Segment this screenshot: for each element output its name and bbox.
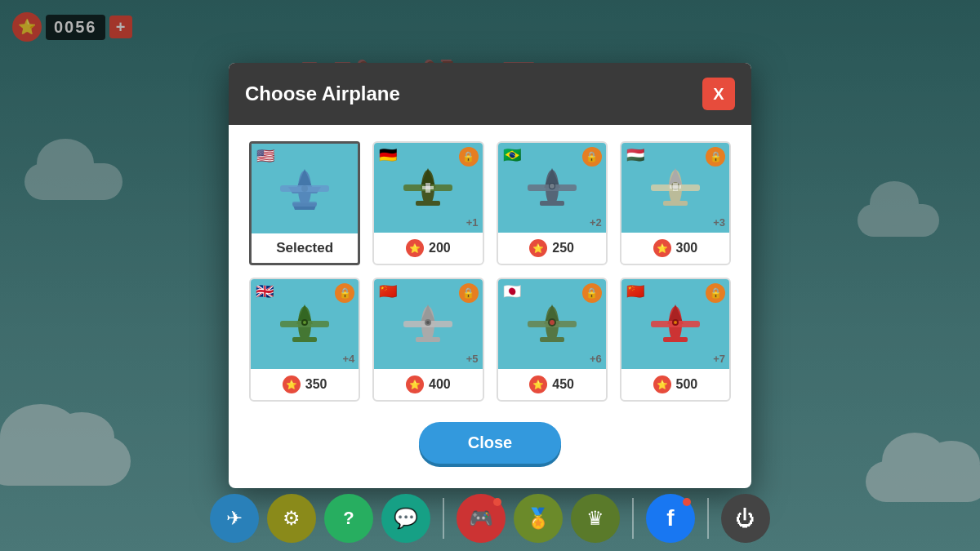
facebook-button[interactable]: f bbox=[646, 494, 695, 543]
plane-svg-6 bbox=[395, 298, 461, 351]
svg-rect-13 bbox=[422, 186, 434, 189]
svg-point-38 bbox=[426, 321, 430, 324]
svg-point-19 bbox=[550, 184, 555, 189]
flag-cn2: 🇨🇳 bbox=[626, 284, 649, 299]
svg-rect-42 bbox=[540, 337, 564, 342]
lock-icon-5: 🔒 bbox=[335, 283, 354, 303]
airplane-card-6[interactable]: 🇨🇳 🔒 +5 ⭐ 400 bbox=[372, 278, 483, 402]
medal-button[interactable]: 🏅 bbox=[514, 494, 563, 543]
lock-icon-6: 🔒 bbox=[459, 283, 479, 303]
chat-button[interactable]: 💬 bbox=[381, 494, 430, 543]
lock-icon-2: 🔒 bbox=[459, 147, 479, 167]
level-badge-4: +3 bbox=[713, 216, 725, 229]
flag-us: 🇺🇸 bbox=[256, 149, 279, 163]
airplane-grid: 🇺🇸 Selected bbox=[229, 125, 751, 418]
bottom-toolbar: ✈ ⚙ ? 💬 🎮 🏅 ♛ f ⏻ bbox=[0, 486, 980, 551]
airplane-card-5[interactable]: 🇬🇧 🔒 +4 ⭐ 350 bbox=[249, 278, 360, 402]
lock-icon-8: 🔒 bbox=[706, 283, 725, 303]
flag-de: 🇩🇪 bbox=[379, 148, 402, 162]
footer-star-7: ⭐ bbox=[529, 375, 547, 393]
plane-svg-3 bbox=[519, 162, 585, 215]
lock-icon-4: 🔒 bbox=[706, 147, 725, 167]
selected-label: Selected bbox=[252, 233, 358, 263]
level-badge-2: +1 bbox=[466, 216, 479, 229]
footer-star-8: ⭐ bbox=[653, 375, 671, 393]
settings-button[interactable]: ⚙ bbox=[267, 494, 316, 543]
level-badge-3: +2 bbox=[590, 216, 602, 229]
svg-rect-6 bbox=[292, 202, 317, 207]
card-footer-6: ⭐ 400 bbox=[374, 369, 482, 400]
card-footer-5: ⭐ 350 bbox=[251, 369, 359, 400]
svg-point-32 bbox=[303, 321, 306, 324]
airplane-image-6: 🇨🇳 🔒 +5 bbox=[374, 279, 482, 369]
card-footer-2: ⭐ 200 bbox=[374, 233, 482, 264]
svg-rect-48 bbox=[663, 337, 688, 342]
plane-svg-8 bbox=[643, 298, 708, 351]
lock-icon-3: 🔒 bbox=[582, 147, 602, 167]
airplane-image-1: 🇺🇸 bbox=[252, 144, 358, 233]
footer-star-2: ⭐ bbox=[406, 239, 424, 257]
svg-rect-36 bbox=[416, 337, 440, 342]
close-modal-button[interactable]: Close bbox=[419, 422, 561, 464]
flag-gb: 🇬🇧 bbox=[256, 284, 278, 299]
svg-rect-30 bbox=[292, 337, 317, 342]
svg-point-50 bbox=[674, 321, 677, 324]
cost-7: 450 bbox=[552, 377, 574, 392]
power-button[interactable]: ⏻ bbox=[721, 494, 770, 543]
plane-svg-5 bbox=[272, 298, 337, 351]
plane-svg-7 bbox=[519, 298, 585, 351]
airplane-card-8[interactable]: 🇨🇳 🔒 +7 ⭐ 500 bbox=[620, 278, 731, 402]
svg-rect-23 bbox=[663, 201, 688, 206]
cost-6: 400 bbox=[429, 377, 451, 392]
airplane-card-3[interactable]: 🇧🇷 🔒 +2 ⭐ 250 bbox=[497, 141, 608, 265]
footer-star-3: ⭐ bbox=[529, 239, 547, 257]
svg-point-44 bbox=[550, 320, 555, 325]
flag-cn: 🇨🇳 bbox=[379, 284, 402, 299]
airplane-image-4: 🇭🇺 🔒 +3 bbox=[621, 143, 729, 233]
plane-svg-2 bbox=[395, 162, 461, 215]
cost-3: 250 bbox=[552, 241, 574, 256]
flag-hu: 🇭🇺 bbox=[626, 148, 649, 162]
toolbar-divider-2 bbox=[632, 498, 634, 539]
cost-8: 500 bbox=[676, 377, 698, 392]
help-button[interactable]: ? bbox=[324, 494, 373, 543]
level-badge-6: +5 bbox=[466, 353, 479, 365]
airplane-card-2[interactable]: 🇩🇪 🔒 +1 ⭐ 200 bbox=[372, 141, 483, 265]
card-footer-4: ⭐ 300 bbox=[621, 233, 729, 264]
airplane-card-7[interactable]: 🇯🇵 🔒 +6 ⭐ 450 bbox=[497, 278, 608, 402]
svg-rect-17 bbox=[540, 201, 564, 206]
level-badge-8: +7 bbox=[713, 353, 725, 365]
plane-svg-1 bbox=[272, 162, 337, 216]
footer-star-6: ⭐ bbox=[406, 375, 424, 393]
choose-airplane-modal: Choose Airplane X 🇺🇸 bbox=[229, 63, 751, 488]
airplane-card-4[interactable]: 🇭🇺 🔒 +3 ⭐ 300 bbox=[620, 141, 731, 265]
flag-br: 🇧🇷 bbox=[503, 148, 526, 162]
airplane-image-3: 🇧🇷 🔒 +2 bbox=[498, 143, 606, 233]
svg-rect-26 bbox=[670, 185, 681, 189]
level-badge-5: +4 bbox=[342, 353, 354, 365]
card-footer-8: ⭐ 500 bbox=[621, 369, 729, 400]
footer-star-5: ⭐ bbox=[283, 375, 301, 393]
cost-5: 350 bbox=[305, 377, 327, 392]
modal-overlay: Choose Airplane X 🇺🇸 bbox=[0, 0, 980, 551]
modal-close-button[interactable]: X bbox=[702, 78, 735, 110]
svg-rect-5 bbox=[280, 185, 329, 192]
cost-4: 300 bbox=[676, 241, 698, 256]
airplane-image-8: 🇨🇳 🔒 +7 bbox=[621, 279, 729, 369]
lock-icon-7: 🔒 bbox=[582, 283, 602, 303]
modal-title: Choose Airplane bbox=[245, 82, 400, 105]
modal-header: Choose Airplane X bbox=[229, 63, 751, 125]
airplane-image-2: 🇩🇪 🔒 +1 bbox=[374, 143, 482, 233]
airplane-image-7: 🇯🇵 🔒 +6 bbox=[498, 279, 606, 369]
svg-rect-10 bbox=[416, 201, 440, 206]
airplane-button[interactable]: ✈ bbox=[210, 494, 259, 543]
toolbar-divider-3 bbox=[707, 498, 709, 539]
crown-button[interactable]: ♛ bbox=[571, 494, 620, 543]
flag-jp: 🇯🇵 bbox=[503, 284, 526, 299]
gamepad-button[interactable]: 🎮 bbox=[457, 494, 506, 543]
plane-svg-4 bbox=[643, 162, 708, 215]
level-badge-7: +6 bbox=[590, 353, 602, 365]
airplane-card-1[interactable]: 🇺🇸 Selected bbox=[249, 141, 360, 265]
card-footer-3: ⭐ 250 bbox=[498, 233, 606, 264]
footer-star-4: ⭐ bbox=[653, 239, 671, 257]
